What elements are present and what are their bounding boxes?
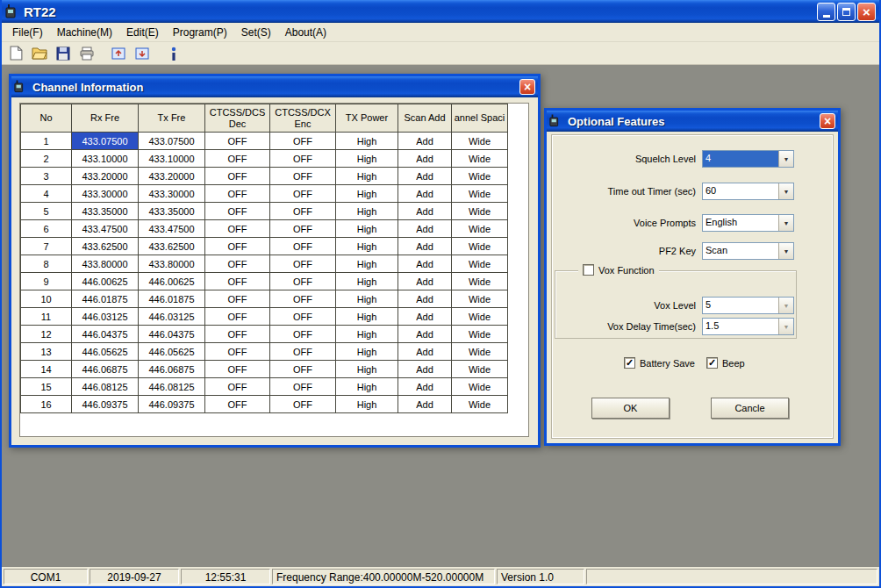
table-cell[interactable]: OFF bbox=[205, 168, 270, 185]
table-cell[interactable]: Add bbox=[398, 290, 452, 308]
table-cell[interactable]: 1 bbox=[21, 133, 72, 150]
table-cell[interactable]: 446.05625 bbox=[139, 343, 205, 361]
table-cell[interactable]: 4 bbox=[21, 185, 72, 203]
menu-item-machine[interactable]: Machine(M) bbox=[50, 24, 119, 41]
vox-delay-combobox[interactable]: 1.5 bbox=[702, 318, 794, 335]
table-cell[interactable]: High bbox=[336, 326, 398, 343]
table-cell[interactable]: Wide bbox=[452, 203, 508, 220]
table-cell[interactable]: OFF bbox=[270, 150, 336, 168]
column-header[interactable]: TX Power bbox=[336, 104, 398, 133]
table-cell[interactable]: Wide bbox=[452, 185, 508, 203]
table-cell[interactable]: Wide bbox=[452, 238, 508, 255]
table-cell[interactable]: OFF bbox=[205, 203, 270, 220]
table-cell[interactable]: High bbox=[336, 238, 398, 255]
table-cell[interactable]: High bbox=[336, 273, 398, 290]
table-cell[interactable]: 5 bbox=[21, 203, 72, 220]
menu-item-file[interactable]: File(F) bbox=[5, 24, 50, 41]
table-cell[interactable]: OFF bbox=[205, 308, 270, 326]
table-cell[interactable]: 446.00625 bbox=[139, 273, 205, 290]
chevron-down-icon[interactable] bbox=[778, 215, 793, 231]
table-cell[interactable]: 13 bbox=[21, 343, 72, 361]
table-cell[interactable]: OFF bbox=[270, 308, 336, 326]
table-cell[interactable]: 433.20000 bbox=[139, 168, 205, 185]
table-cell[interactable]: OFF bbox=[270, 168, 336, 185]
table-cell[interactable]: 433.20000 bbox=[72, 168, 139, 185]
print-button[interactable] bbox=[76, 44, 97, 63]
chevron-down-icon[interactable] bbox=[778, 151, 793, 167]
table-cell[interactable]: 6 bbox=[21, 220, 72, 238]
table-cell[interactable]: Add bbox=[398, 168, 452, 185]
table-cell[interactable]: Wide bbox=[452, 396, 508, 413]
optional-features-close-button[interactable] bbox=[820, 113, 835, 129]
table-cell[interactable]: High bbox=[336, 396, 398, 413]
beep-checkbox[interactable] bbox=[706, 357, 718, 369]
table-cell[interactable]: Add bbox=[398, 396, 452, 413]
table-cell[interactable]: OFF bbox=[205, 220, 270, 238]
table-cell[interactable]: 446.01875 bbox=[139, 290, 205, 308]
table-cell[interactable]: Wide bbox=[452, 220, 508, 238]
table-cell[interactable]: Add bbox=[398, 361, 452, 378]
table-cell[interactable]: OFF bbox=[205, 185, 270, 203]
table-cell[interactable]: Add bbox=[398, 238, 452, 255]
table-cell[interactable]: 446.01875 bbox=[72, 290, 139, 308]
table-cell[interactable]: 446.08125 bbox=[72, 378, 139, 396]
table-cell[interactable]: 11 bbox=[21, 308, 72, 326]
table-cell[interactable]: Add bbox=[398, 203, 452, 220]
table-cell[interactable]: Add bbox=[398, 343, 452, 361]
table-cell[interactable]: 433.80000 bbox=[72, 255, 139, 273]
table-cell[interactable]: 446.06875 bbox=[72, 361, 139, 378]
save-button[interactable] bbox=[53, 44, 74, 63]
table-cell[interactable]: High bbox=[336, 185, 398, 203]
cancel-button[interactable]: Cancle bbox=[711, 398, 789, 419]
table-cell[interactable]: 2 bbox=[21, 150, 72, 168]
table-cell[interactable]: 446.09375 bbox=[139, 396, 205, 413]
table-cell[interactable]: High bbox=[336, 361, 398, 378]
table-cell[interactable]: 12 bbox=[21, 326, 72, 343]
table-cell[interactable]: Add bbox=[398, 133, 452, 150]
table-cell[interactable]: 446.03125 bbox=[139, 308, 205, 326]
maximize-button[interactable] bbox=[837, 3, 856, 21]
table-cell[interactable]: OFF bbox=[205, 255, 270, 273]
new-file-button[interactable] bbox=[5, 44, 26, 63]
table-cell[interactable]: Wide bbox=[452, 290, 508, 308]
pf2-key-combobox[interactable]: Scan bbox=[702, 242, 794, 260]
table-cell[interactable]: OFF bbox=[205, 238, 270, 255]
table-cell[interactable]: High bbox=[336, 150, 398, 168]
table-cell[interactable]: 446.08125 bbox=[139, 378, 205, 396]
table-cell[interactable]: Wide bbox=[452, 168, 508, 185]
table-cell[interactable]: 15 bbox=[21, 378, 72, 396]
vox-function-checkbox[interactable] bbox=[583, 264, 594, 276]
table-cell[interactable]: OFF bbox=[270, 203, 336, 220]
table-cell[interactable]: 433.62500 bbox=[139, 238, 205, 255]
table-cell[interactable]: 433.30000 bbox=[139, 185, 205, 203]
chevron-down-icon[interactable] bbox=[778, 298, 793, 313]
table-cell[interactable]: Add bbox=[398, 150, 452, 168]
table-cell[interactable]: Add bbox=[398, 220, 452, 238]
menu-item-set[interactable]: Set(S) bbox=[234, 24, 278, 41]
chevron-down-icon[interactable] bbox=[778, 243, 793, 259]
table-cell[interactable]: High bbox=[336, 203, 398, 220]
squelch-level-combobox[interactable]: 4 bbox=[702, 150, 794, 168]
chevron-down-icon[interactable] bbox=[778, 183, 793, 199]
table-cell[interactable]: OFF bbox=[270, 361, 336, 378]
menu-item-program[interactable]: Program(P) bbox=[166, 24, 234, 41]
table-cell[interactable]: OFF bbox=[270, 378, 336, 396]
table-cell[interactable]: 446.04375 bbox=[139, 326, 205, 343]
table-cell[interactable]: High bbox=[336, 220, 398, 238]
table-cell[interactable]: OFF bbox=[270, 273, 336, 290]
open-file-button[interactable] bbox=[29, 44, 50, 63]
table-cell[interactable]: 446.06875 bbox=[139, 361, 205, 378]
timeout-timer-combobox[interactable]: 60 bbox=[702, 183, 794, 200]
table-cell[interactable]: High bbox=[336, 343, 398, 361]
column-header[interactable]: CTCSS/DCX Enc bbox=[270, 104, 336, 133]
table-cell[interactable]: 433.30000 bbox=[72, 185, 139, 203]
table-cell[interactable]: High bbox=[336, 168, 398, 185]
table-cell[interactable]: OFF bbox=[205, 378, 270, 396]
table-cell[interactable]: Wide bbox=[452, 343, 508, 361]
table-cell[interactable]: OFF bbox=[270, 343, 336, 361]
table-cell[interactable]: Wide bbox=[452, 326, 508, 343]
table-cell[interactable]: OFF bbox=[270, 220, 336, 238]
table-cell[interactable]: 433.07500 bbox=[139, 133, 205, 150]
table-cell[interactable]: High bbox=[336, 308, 398, 326]
table-cell[interactable]: 14 bbox=[21, 361, 72, 378]
